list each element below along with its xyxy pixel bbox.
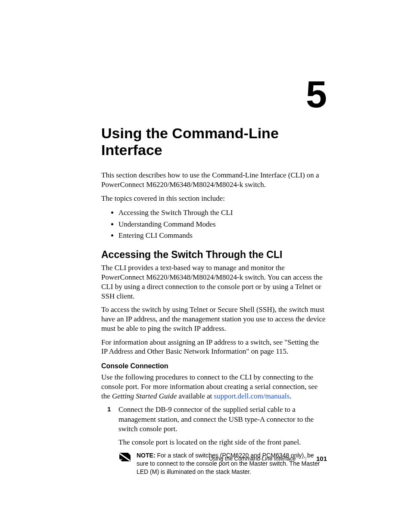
chapter-number: 5	[306, 75, 327, 113]
topic-item: Understanding Command Modes	[118, 219, 327, 230]
topic-list: Accessing the Switch Through the CLI Und…	[101, 207, 327, 241]
footer-section-title: Using the Command-Line Interface	[209, 455, 296, 462]
page-number: 101	[316, 455, 327, 462]
subsection-heading: Console Connection	[101, 362, 327, 370]
step-subtext: The console port is located on the right…	[118, 438, 327, 447]
step-list: Connect the DB-9 connector of the suppli…	[101, 405, 327, 447]
body-paragraph: Use the following procedures to connect …	[101, 373, 327, 401]
body-paragraph: The CLI provides a text-based way to man…	[101, 263, 327, 301]
topic-item: Accessing the Switch Through the CLI	[118, 207, 327, 218]
topic-item: Entering CLI Commands	[118, 230, 327, 241]
intro-paragraph-1: This section describes how to use the Co…	[101, 171, 327, 190]
body-paragraph: To access the switch by using Telnet or …	[101, 305, 327, 333]
footer-separator: |	[305, 455, 307, 462]
page-footer: Using the Command-Line Interface | 101	[209, 455, 327, 462]
document-page: 5 Using the Command-Line Interface This …	[0, 0, 411, 532]
note-icon	[118, 452, 131, 462]
body-paragraph: For information about assigning an IP ad…	[101, 338, 327, 357]
intro-paragraph-2: The topics covered in this section inclu…	[101, 194, 327, 203]
chapter-title: Using the Command-Line Interface	[101, 125, 327, 159]
guide-title: Getting Started Guide	[112, 392, 177, 400]
note-label: NOTE:	[137, 452, 156, 459]
section-heading: Accessing the Switch Through the CLI	[101, 249, 327, 261]
step-text: Connect the DB-9 connector of the suppli…	[118, 405, 314, 432]
text-run: available at	[177, 392, 214, 400]
text-run: .	[290, 392, 291, 400]
manuals-link[interactable]: support.dell.com/manuals	[214, 392, 290, 400]
step-item: Connect the DB-9 connector of the suppli…	[118, 405, 327, 447]
